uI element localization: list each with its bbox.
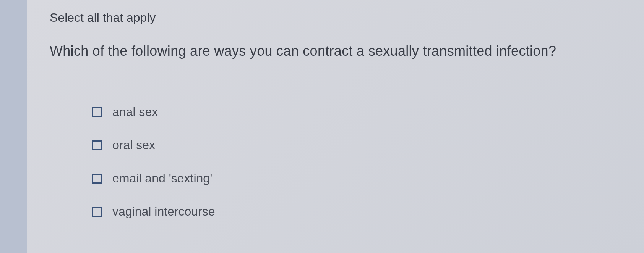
option-row: vaginal intercourse <box>92 205 621 219</box>
checkbox-option-4[interactable] <box>92 207 102 217</box>
checkbox-option-1[interactable] <box>92 107 102 117</box>
option-label: anal sex <box>112 105 158 119</box>
checkbox-option-2[interactable] <box>92 140 102 150</box>
option-label: oral sex <box>112 138 155 152</box>
option-label: vaginal intercourse <box>112 205 215 219</box>
option-row: oral sex <box>92 138 621 152</box>
question-content: Select all that apply Which of the follo… <box>27 0 644 253</box>
option-label: email and 'sexting' <box>112 171 212 185</box>
question-text: Which of the following are ways you can … <box>50 43 621 59</box>
option-row: anal sex <box>92 105 621 119</box>
checkbox-option-3[interactable] <box>92 174 102 184</box>
option-row: email and 'sexting' <box>92 171 621 185</box>
options-list: anal sex oral sex email and 'sexting' va… <box>50 105 621 219</box>
instruction-text: Select all that apply <box>50 11 621 25</box>
left-accent-bar <box>0 0 27 253</box>
